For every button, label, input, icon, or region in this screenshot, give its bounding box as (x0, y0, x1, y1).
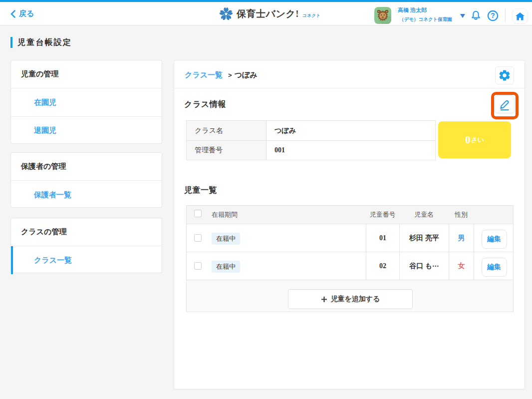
svg-text:?: ? (491, 11, 495, 19)
